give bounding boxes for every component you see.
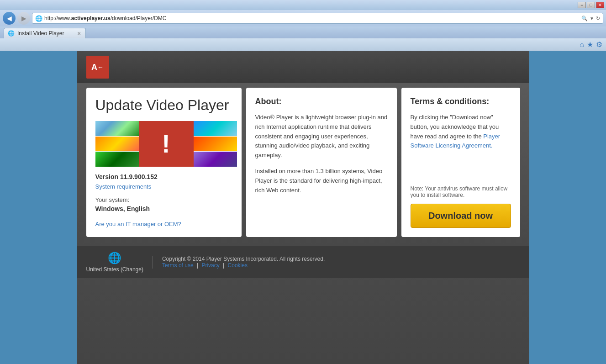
thumbnail-area: ! — [95, 121, 237, 167]
thumb-5 — [194, 137, 237, 152]
maximize-button[interactable]: □ — [587, 2, 595, 8]
it-manager-link[interactable]: Are you an IT manager or OEM? — [95, 221, 181, 227]
terms-title: Terms & conditions: — [411, 97, 511, 106]
thumb-4 — [194, 121, 237, 136]
update-title: Update Video Player — [95, 97, 232, 114]
thumb-1 — [95, 121, 139, 136]
thumb-2 — [95, 137, 139, 152]
warning-box: ! — [139, 121, 194, 167]
thumb-6 — [194, 152, 237, 167]
tab-label: Install Video Player — [17, 30, 64, 37]
globe-icon: 🌐 — [108, 252, 121, 264]
favorites-icon[interactable]: ★ — [587, 40, 593, 49]
privacy-link[interactable]: Privacy — [201, 262, 219, 269]
your-system-label: Your system: — [95, 196, 232, 203]
tab-install-video-player[interactable]: 🌐 Install Video Player ✕ — [4, 28, 86, 38]
address-search-icon: 🔍 — [581, 16, 588, 21]
antivirus-note: Note: Your antivirus software must allow… — [411, 178, 511, 198]
address-globe-icon: 🌐 — [35, 15, 42, 22]
right-panel: Terms & conditions: By clicking the "Dow… — [401, 88, 520, 237]
terms-text: By clicking the "Download now" button, y… — [411, 113, 511, 151]
address-dropdown-icon: ▼ — [590, 16, 594, 21]
minimize-button[interactable]: − — [578, 2, 586, 8]
tab-icon: 🌐 — [8, 30, 15, 37]
about-text-1: Video® Player is a lightweight browser p… — [255, 113, 388, 160]
back-button[interactable]: ◀ — [3, 12, 16, 25]
about-title: About: — [255, 97, 388, 106]
left-panel: Update Video Player ! — [86, 88, 242, 237]
refresh-icon[interactable]: ↻ — [596, 16, 600, 21]
locale-text[interactable]: United States (Change) — [86, 266, 143, 273]
logo: A← — [86, 56, 109, 79]
thumbs-left — [95, 121, 139, 167]
title-bar: − □ ✕ — [0, 0, 606, 10]
download-now-button[interactable]: Download now — [411, 204, 511, 228]
forward-button[interactable]: ▶ — [17, 12, 30, 25]
settings-icon[interactable]: ⚙ — [596, 40, 602, 49]
home-icon[interactable]: ⌂ — [580, 41, 584, 49]
url-domain: activeplayer.us — [71, 15, 111, 21]
thumb-3 — [95, 152, 139, 167]
page-header: A← — [77, 51, 529, 83]
toolbar-bar: ⌂ ★ ⚙ — [0, 38, 606, 51]
middle-panel: About: Video® Player is a lightweight br… — [246, 88, 397, 237]
page-footer: 🌐 United States (Change) Copyright © 201… — [77, 246, 529, 278]
tab-bar: 🌐 Install Video Player ✕ — [0, 26, 606, 38]
terms-of-use-link[interactable]: Terms of use — [162, 262, 194, 269]
footer-locale: 🌐 United States (Change) — [86, 252, 143, 273]
copyright-text: Copyright © 2014 Player Systems Incorpor… — [162, 256, 325, 262]
cookies-link[interactable]: Cookies — [228, 262, 248, 269]
main-content: Update Video Player ! — [77, 83, 529, 246]
address-bar[interactable]: 🌐 http://www.activeplayer.us/download/Pl… — [32, 13, 603, 24]
thumbs-right — [194, 121, 237, 167]
url-display: http://www.activeplayer.us/download/Play… — [44, 15, 580, 21]
separator-2: | — [223, 262, 224, 269]
version-text: Version 11.9.900.152 — [95, 173, 232, 180]
close-button[interactable]: ✕ — [596, 2, 604, 8]
logo-text: A — [91, 63, 97, 72]
nav-bar: ◀ ▶ 🌐 http://www.activeplayer.us/downloa… — [0, 10, 606, 26]
system-requirements-link[interactable]: System requirements — [95, 183, 232, 190]
separator-1: | — [197, 262, 198, 269]
footer-links: Copyright © 2014 Player Systems Incorpor… — [153, 256, 325, 269]
system-name: Windows, English — [95, 205, 232, 212]
about-text-2: Installed on more than 1.3 billion syste… — [255, 167, 388, 195]
tab-close-button[interactable]: ✕ — [77, 31, 81, 36]
